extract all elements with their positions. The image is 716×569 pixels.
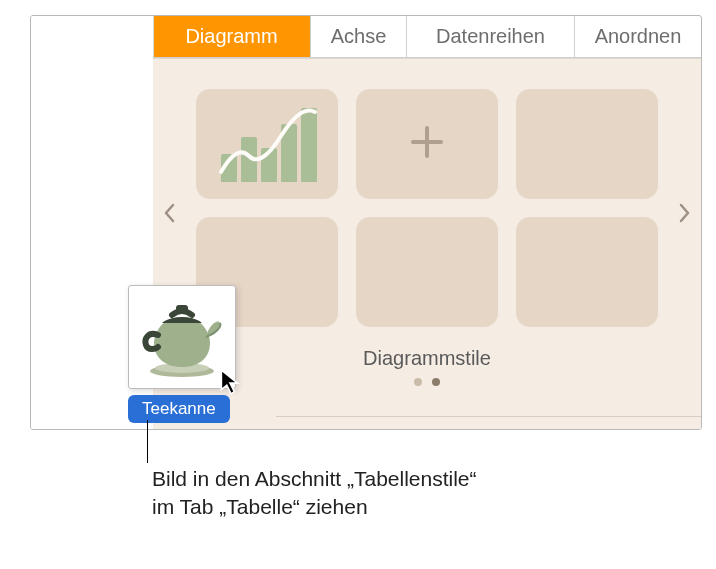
- page-dot-active[interactable]: [432, 378, 440, 386]
- chart-thumb-icon: [217, 106, 317, 182]
- teapot-icon: [136, 293, 228, 381]
- tabbar: Diagramm Achse Datenreihen Anordnen: [153, 16, 701, 58]
- tab-label: Anordnen: [595, 25, 682, 48]
- styles-grid: [187, 89, 667, 327]
- tab-label: Datenreihen: [436, 25, 545, 48]
- tab-label: Achse: [331, 25, 387, 48]
- tab-datenreihen[interactable]: Datenreihen: [407, 16, 575, 57]
- add-style-tile[interactable]: [356, 89, 498, 199]
- tab-label: Diagramm: [185, 25, 277, 48]
- tab-diagramm[interactable]: Diagramm: [153, 16, 311, 57]
- callout-leader-line: [147, 420, 148, 463]
- style-tile-empty[interactable]: [516, 89, 658, 199]
- callout-line2: im Tab „Tabelle“ ziehen: [152, 495, 368, 518]
- callout: Bild in den Abschnitt „Tabellenstile“ im…: [152, 432, 612, 522]
- tab-anordnen[interactable]: Anordnen: [575, 16, 701, 57]
- callout-line1: Bild in den Abschnitt „Tabellenstile“: [152, 467, 477, 490]
- dragged-item[interactable]: Teekanne: [128, 285, 236, 423]
- divider: [276, 416, 701, 417]
- tab-achse[interactable]: Achse: [311, 16, 407, 57]
- page-dots: [187, 378, 667, 386]
- dragged-label: Teekanne: [128, 395, 230, 423]
- cursor-icon: [218, 368, 242, 396]
- page-dot[interactable]: [414, 378, 422, 386]
- style-tile-empty[interactable]: [516, 217, 658, 327]
- callout-text: Bild in den Abschnitt „Tabellenstile“ im…: [152, 432, 612, 522]
- plus-icon: [405, 120, 449, 168]
- style-tile-empty[interactable]: [356, 217, 498, 327]
- style-tile-chart[interactable]: [196, 89, 338, 199]
- section-title: Diagrammstile: [187, 347, 667, 370]
